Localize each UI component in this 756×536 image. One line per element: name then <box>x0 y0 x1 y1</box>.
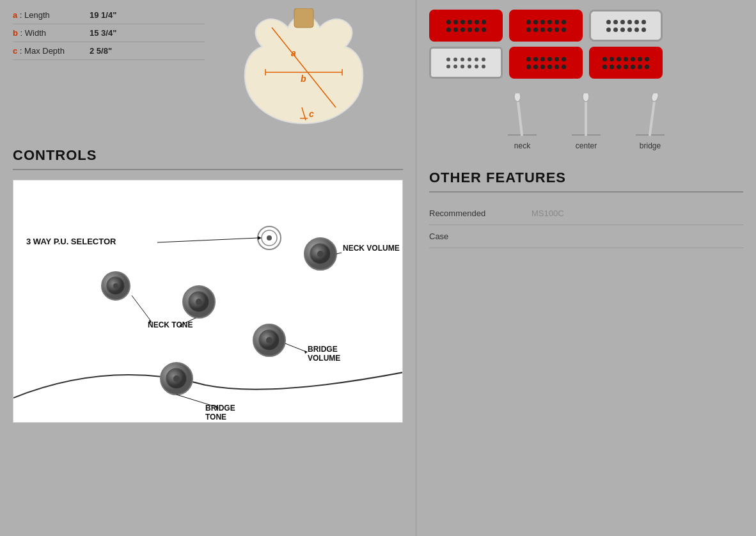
dim-value-a: 19 1/4" <box>90 10 116 20</box>
dim-label-a: a : Length <box>13 10 90 20</box>
feature-label-recommended: Recommended <box>429 209 519 218</box>
other-features-title: OTHER FEATURES <box>429 169 743 186</box>
svg-text:c: c <box>309 109 314 119</box>
svg-text:a: a <box>291 48 296 58</box>
switch-neck-svg <box>503 93 542 138</box>
pickup-humbucker-red-3 <box>509 47 583 79</box>
controls-divider <box>13 169 403 170</box>
svg-line-44 <box>132 296 151 321</box>
dim-value-c: 2 5/8" <box>90 46 112 56</box>
dim-label-b: b : Width <box>13 28 90 38</box>
pickup-row-2 <box>429 47 743 79</box>
pickups-section: neck center <box>429 6 743 157</box>
controls-section: CONTROLS 3 WAY P.U. SELECTOR <box>13 147 403 423</box>
svg-text:VOLUME: VOLUME <box>308 354 340 363</box>
pickup-humbucker-white-1 <box>589 10 663 42</box>
switch-bridge-svg <box>631 93 670 138</box>
svg-text:NECK TONE: NECK TONE <box>148 320 193 329</box>
svg-point-12 <box>267 235 272 240</box>
controls-diagram-svg: 3 WAY P.U. SELECTOR NECK VOLUME NECK TON… <box>13 180 403 423</box>
dimensions-section: a : Length 19 1/4" b : Width 15 3/4" c :… <box>13 6 403 134</box>
svg-point-23 <box>196 299 202 305</box>
feature-row-recommended: Recommended MS100C <box>429 202 743 225</box>
right-panel: neck center <box>416 0 756 536</box>
svg-line-48 <box>517 97 522 135</box>
svg-point-36 <box>173 375 180 382</box>
other-features-section: OTHER FEATURES Recommended MS100C Case <box>429 169 743 248</box>
svg-line-54 <box>650 97 655 135</box>
dim-label-c: c : Max Depth <box>13 46 90 56</box>
svg-line-20 <box>336 253 342 254</box>
svg-text:NECK VOLUME: NECK VOLUME <box>343 244 400 253</box>
svg-point-55 <box>650 93 659 102</box>
dim-row-c: c : Max Depth 2 5/8" <box>13 42 205 60</box>
dimensions-table: a : Length 19 1/4" b : Width 15 3/4" c :… <box>13 6 205 60</box>
switch-bridge: bridge <box>631 93 670 150</box>
svg-point-49 <box>514 93 521 102</box>
pickup-singlecoil-white <box>429 47 503 79</box>
switch-center-label: center <box>576 141 597 150</box>
pickup-humbucker-red-4 <box>589 47 663 79</box>
switch-center-svg <box>567 93 606 138</box>
pickup-row-1 <box>429 10 743 42</box>
controls-title: CONTROLS <box>13 147 403 164</box>
feature-row-case: Case <box>429 225 743 248</box>
other-features-divider <box>429 191 743 193</box>
svg-text:3 WAY P.U. SELECTOR: 3 WAY P.U. SELECTOR <box>26 237 116 246</box>
svg-marker-15 <box>258 236 262 240</box>
pickup-humbucker-red-2 <box>509 10 583 42</box>
dim-row-b: b : Width 15 3/4" <box>13 24 205 42</box>
svg-point-52 <box>583 93 589 102</box>
svg-text:TONE: TONE <box>205 413 226 422</box>
switch-neck-label: neck <box>514 141 530 150</box>
svg-text:b: b <box>301 74 306 84</box>
switch-bridge-label: bridge <box>640 141 661 150</box>
svg-point-29 <box>266 337 272 343</box>
feature-value-recommended: MS100C <box>532 209 564 218</box>
svg-point-43 <box>113 283 118 288</box>
svg-rect-0 <box>294 8 313 28</box>
left-panel: a : Length 19 1/4" b : Width 15 3/4" c :… <box>0 0 416 536</box>
dim-row-a: a : Length 19 1/4" <box>13 6 205 24</box>
switch-neck: neck <box>503 93 542 150</box>
pickup-humbucker-red-1 <box>429 10 503 42</box>
guitar-body-svg: a b c <box>233 8 374 133</box>
switch-center: center <box>567 93 606 150</box>
guitar-image-area: a b c <box>205 6 403 134</box>
svg-line-32 <box>285 343 306 352</box>
svg-point-18 <box>317 251 324 257</box>
svg-line-39 <box>177 395 218 407</box>
svg-line-14 <box>157 238 258 242</box>
feature-label-case: Case <box>429 232 519 241</box>
features-table: Recommended MS100C Case <box>429 202 743 248</box>
main-container: a : Length 19 1/4" b : Width 15 3/4" c :… <box>0 0 756 536</box>
dim-value-b: 15 3/4" <box>90 28 116 38</box>
controls-diagram: 3 WAY P.U. SELECTOR NECK VOLUME NECK TON… <box>13 180 403 423</box>
svg-text:BRIDGE: BRIDGE <box>308 345 338 354</box>
switch-selectors-row: neck center <box>429 90 743 157</box>
